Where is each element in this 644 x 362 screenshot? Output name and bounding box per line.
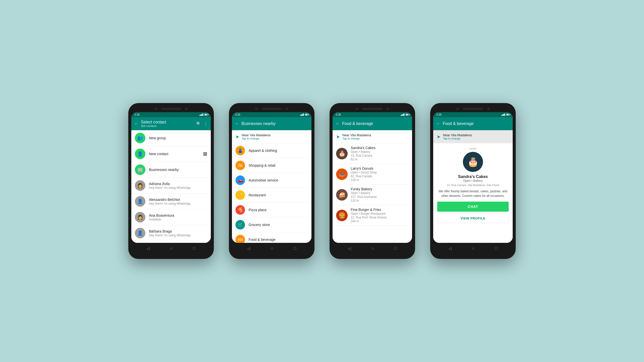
- recents-nav-3[interactable]: □: [394, 246, 397, 251]
- avatar-larrys: 🍩: [336, 168, 348, 180]
- adriana-status: Hey there! I'm using WhatsApp.: [149, 186, 207, 190]
- category-pizza[interactable]: 🍕 Pizza place: [232, 203, 311, 217]
- automotive-icon: 🚗: [235, 175, 245, 185]
- search-button-1[interactable]: 🔍: [196, 121, 201, 126]
- sandras-text: Sandra's Cakes Open • Bakery 13, Rua Car…: [351, 146, 409, 161]
- drag-handle: [469, 148, 477, 149]
- new-contact-item[interactable]: 👤 New contact ⊞: [131, 146, 211, 162]
- home-nav-1[interactable]: ○: [170, 246, 173, 251]
- location-bar-2[interactable]: ➤ Near Vila Madalena Tap to change: [232, 130, 311, 143]
- apparel-icon: 👗: [235, 146, 245, 155]
- back-button-4[interactable]: ←: [436, 121, 440, 126]
- home-nav-4[interactable]: ○: [472, 246, 474, 251]
- phone-4: 3:35 ← Food & beverage ➤: [430, 103, 516, 259]
- signal-4: [501, 113, 505, 116]
- contact-ana[interactable]: 👩 Ana Boaventura Available: [131, 209, 211, 225]
- phone-top-bar-2: [232, 106, 311, 112]
- new-group-item[interactable]: 👥 New group: [131, 130, 211, 146]
- avatar-adriana: 👩: [135, 180, 145, 191]
- status-icons-4: [501, 113, 510, 116]
- qr-icon[interactable]: ⊞: [203, 151, 207, 157]
- avatar-sandras: 🎂: [336, 148, 348, 159]
- home-nav-3[interactable]: ○: [371, 246, 374, 251]
- contact-barbara[interactable]: 👤 Bárbara Braga Hey there! I'm using Wha…: [131, 225, 211, 241]
- business-sandras[interactable]: 🎂 Sandra's Cakes Open • Bakery 13, Rua C…: [333, 143, 412, 164]
- location-icon-4: ➤: [437, 134, 440, 140]
- contact-alessandro[interactable]: 👤 Alessandro Belchior Hey there! I'm usi…: [131, 194, 211, 209]
- recents-nav-4[interactable]: □: [495, 246, 498, 251]
- location-bar-3[interactable]: ➤ Near Vila Madalena Tap to change: [333, 130, 412, 143]
- avatar-barbara: 👤: [135, 228, 145, 238]
- status-icons-1: [199, 113, 208, 116]
- barbara-text: Bárbara Braga Hey there! I'm using Whats…: [149, 229, 207, 237]
- screen-title-2: Businesses nearby: [242, 121, 308, 126]
- contact-adriana[interactable]: 👩 Adriana Ávila Hey there! I'm using Wha…: [131, 178, 211, 194]
- category-automotive[interactable]: 🚗 Automotive service: [232, 173, 311, 188]
- location-name-3: Near Vila Madalena: [342, 133, 371, 137]
- nav-bar-3: ◁ ○ □: [333, 243, 412, 254]
- battery-2: [305, 114, 308, 116]
- phone-top-bar-1: [131, 106, 211, 112]
- funky-status: Open • Bakery: [351, 191, 409, 195]
- new-contact-text: New contact: [149, 152, 203, 156]
- back-nav-3[interactable]: ◁: [348, 246, 351, 251]
- larrys-name: Larry's Donuts: [351, 166, 409, 170]
- location-bar-4[interactable]: ➤ Near Vila Madalena Tap to change: [433, 130, 513, 143]
- back-button-1[interactable]: ←: [134, 121, 138, 126]
- food-label: Food & beverage: [249, 238, 275, 242]
- restaurant-icon: 🍴: [235, 190, 245, 200]
- new-group-label: New group: [149, 136, 207, 140]
- businesses-text: Businesses nearby: [149, 168, 207, 172]
- camera-dot: [154, 108, 157, 110]
- home-nav-2[interactable]: ○: [271, 246, 273, 251]
- profile-type: Open • Bakery: [463, 179, 483, 183]
- location-icon-3: ➤: [336, 134, 340, 140]
- screen-2: 3:35 ← Businesses nearby ➤: [232, 112, 311, 243]
- phone-1: 3:35 ← Select contact 256 contacts 🔍: [128, 103, 214, 259]
- business-funky[interactable]: 🍰 Funky Bakery Open • Bakery 217, Rua Ar…: [333, 185, 412, 205]
- app-bar-1: ← Select contact 256 contacts 🔍 ⋮: [131, 117, 211, 130]
- category-apparel[interactable]: 👗 Apparel & clothing: [232, 143, 311, 158]
- larrys-address: 82, Rua Caropá: [351, 174, 409, 178]
- business-larrys[interactable]: 🍩 Larry's Donuts Open • Donut Shop 82, R…: [333, 164, 412, 185]
- ana-status: Available: [149, 218, 207, 221]
- back-nav-2[interactable]: ◁: [247, 246, 250, 251]
- location-icon-2: ➤: [235, 134, 239, 140]
- ana-name: Ana Boaventura: [149, 213, 207, 217]
- phone-frame-2: 3:35 ← Businesses nearby ➤: [229, 103, 314, 259]
- burger-status: Open • Burger Restaurant: [351, 212, 409, 215]
- back-button-2[interactable]: ←: [235, 121, 239, 126]
- camera-dot-2: [185, 108, 188, 110]
- status-time-4: 3:35: [436, 113, 441, 116]
- chat-button[interactable]: CHAT: [437, 202, 509, 212]
- recents-nav-1[interactable]: □: [193, 246, 196, 251]
- phone-top-bar-4: [433, 106, 513, 112]
- restaurant-label: Restaurant: [249, 193, 266, 197]
- sandras-distance: 82 m: [351, 158, 409, 161]
- category-food[interactable]: 🍽 Food & beverage: [232, 232, 311, 243]
- screen-4: 3:35 ← Food & beverage ➤: [433, 112, 513, 243]
- category-grocery[interactable]: 🛒 Grocery store: [232, 217, 311, 232]
- businesses-label: Businesses nearby: [149, 168, 207, 172]
- more-button-1[interactable]: ⋮: [204, 121, 208, 126]
- ana-text: Ana Boaventura Available: [149, 213, 207, 221]
- burger-name: Fine Burger & Fries: [351, 208, 409, 212]
- screen-title-4: Food & beverage: [443, 121, 510, 126]
- back-button-3[interactable]: ←: [336, 121, 340, 126]
- category-shopping[interactable]: 🛍 Shopping & retail: [232, 158, 311, 173]
- back-nav-1[interactable]: ◁: [147, 246, 150, 251]
- recents-nav-2[interactable]: □: [294, 246, 296, 251]
- contact-benicio[interactable]: 👤 Benício Ferraz Disponível: [131, 241, 211, 243]
- signal-2: [300, 113, 304, 116]
- alessandro-name: Alessandro Belchior: [149, 198, 207, 202]
- businesses-icon: 🏢: [135, 164, 145, 175]
- speaker-grille-4: [463, 108, 483, 110]
- back-nav-4[interactable]: ◁: [449, 246, 452, 251]
- businesses-nearby-item[interactable]: 🏢 Businesses nearby: [131, 162, 211, 178]
- alessandro-status: Hey there! I'm using WhatsApp.: [149, 202, 207, 205]
- business-list: ➤ Near Vila Madalena Tap to change 🎂 San…: [333, 130, 412, 243]
- category-restaurant[interactable]: 🍴 Restaurant: [232, 188, 311, 203]
- view-profile-button[interactable]: VIEW PROFILE: [437, 214, 509, 223]
- burger-distance: 204 m: [351, 219, 409, 223]
- business-burger[interactable]: 🍔 Fine Burger & Fries Open • Burger Rest…: [333, 205, 412, 226]
